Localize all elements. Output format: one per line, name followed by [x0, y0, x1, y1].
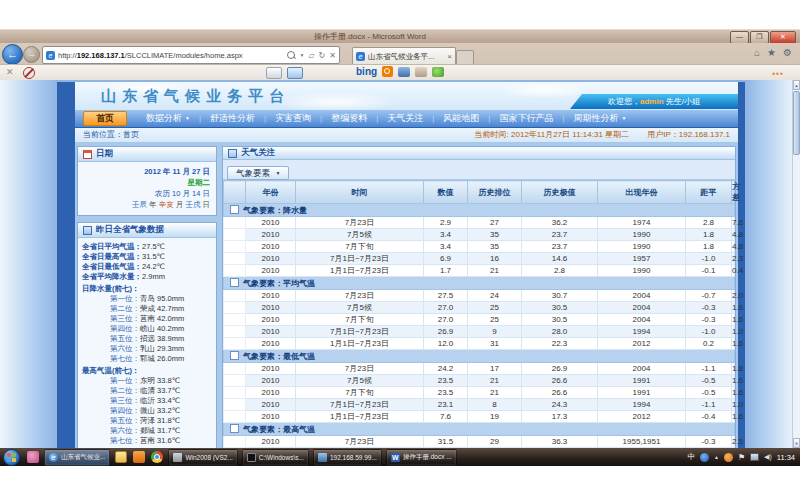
header-cell-5[interactable]: 出现年份 [598, 181, 686, 204]
tray-orange-icon[interactable] [724, 453, 733, 462]
start-button[interactable] [3, 449, 20, 466]
group-name: 气象要素：降水量 [243, 206, 307, 215]
collapse-box-icon[interactable] [230, 205, 239, 214]
nav-item-0[interactable]: 首页 [83, 111, 127, 126]
table-row[interactable]: 20107月23日27.52430.72004-0.72.0 [224, 290, 735, 302]
refresh-icon[interactable]: ↻ [319, 51, 326, 60]
rank-row: 第二位：临清 33.7℃ [82, 386, 210, 396]
url-text[interactable]: http://192.168.137.1/SLCCLIMATE/modules/… [58, 51, 283, 60]
browser-back-button[interactable]: ← [2, 44, 23, 65]
header-cell-0[interactable]: 年份 [246, 181, 296, 204]
compatibility-view-icon[interactable]: ▱ [308, 51, 314, 60]
table-row[interactable]: 20101月1日~7月23日7.61917.32012-0.41.6 [224, 411, 735, 423]
action-center-flag-icon[interactable]: ⚑ [738, 453, 745, 462]
stop-icon[interactable]: ✕ [329, 51, 336, 60]
cell-5: 2012 [598, 338, 686, 350]
card-icon[interactable] [266, 67, 282, 79]
header-cell-2[interactable]: 数值 [424, 181, 468, 204]
group-row-0[interactable]: 气象要素：降水量 [224, 204, 735, 217]
rank-row: 第三位：临沂 33.4℃ [82, 396, 210, 406]
tools-gear-icon[interactable]: ⚙ [783, 47, 792, 58]
taskbar-ie-button[interactable]: e 山东省气候业... [44, 449, 110, 466]
taskbar-button-3[interactable]: W操作手册.docx ... [386, 449, 457, 466]
taskbar-button-1[interactable]: C:\Windows\s... [242, 449, 309, 466]
address-bar[interactable]: e http://192.168.137.1/SLCCLIMATE/module… [42, 46, 340, 64]
header-cell-6[interactable]: 距平 [686, 181, 732, 204]
table-row[interactable]: 20107月5候27.02530.52004-0.31.6 [224, 302, 735, 314]
table-row[interactable]: 20107月23日31.52936.31955,1951-0.32.5 [224, 436, 735, 448]
group-row-1[interactable]: 气象要素：平均气温 [224, 277, 735, 290]
search-icon[interactable] [287, 51, 295, 59]
table-row[interactable]: 20107月23日24.21726.92004-1.11.8 [224, 363, 735, 375]
cell-6: 1.8 [686, 241, 732, 253]
vertical-scrollbar[interactable]: ▲ ▼ [792, 80, 800, 448]
nav-item-4[interactable]: 整编资料 [322, 112, 376, 125]
table-row[interactable]: 20107月下旬23.52126.61991-0.51.6 [224, 387, 735, 399]
palette-icon[interactable] [415, 67, 427, 77]
favorites-star-icon[interactable]: ★ [767, 47, 776, 58]
scrollbar-thumb[interactable] [793, 91, 800, 155]
table-row[interactable]: 20107月23日2.92736.219742.87.6 [224, 217, 735, 229]
pinned-app-icon[interactable] [27, 451, 39, 463]
more-options-icon[interactable]: ▪▪▪ [772, 69, 784, 78]
nav-item-7[interactable]: 国家下行产品 [490, 112, 562, 125]
nav-item-1[interactable]: 数据分析▼ [137, 112, 199, 125]
network-icon[interactable] [750, 453, 759, 461]
chevron-down-icon[interactable]: ▼ [299, 52, 304, 58]
nav-item-3[interactable]: 灾害查询 [266, 112, 320, 125]
scroll-up-arrow[interactable]: ▲ [793, 80, 800, 90]
tray-chevron-icon[interactable]: ▲ [714, 454, 719, 460]
rank-label: 第七位： [82, 436, 140, 446]
tab-close-icon[interactable]: × [447, 52, 452, 61]
nav-item-5[interactable]: 天气关注 [378, 112, 432, 125]
table-row[interactable]: 20107月5候23.52126.61991-0.51.6 [224, 375, 735, 387]
vm-icon [173, 453, 182, 462]
orange-app-icon[interactable] [133, 451, 145, 463]
table-row[interactable]: 20107月下旬3.43523.719901.84.8 [224, 241, 735, 253]
table-row[interactable]: 20107月1日~7月23日6.91614.61957-1.02.3 [224, 253, 735, 265]
explorer-icon[interactable] [115, 451, 127, 463]
table-row[interactable]: 20107月1日~7月23日23.1824.31994-1.11.0 [224, 399, 735, 411]
table-row[interactable]: 20107月下旬27.02530.52004-0.31.6 [224, 314, 735, 326]
table-row[interactable]: 20101月1日~7月23日1.7212.81990-0.10.4 [224, 265, 735, 277]
browser-tab[interactable]: e 山东省气候业务平... × [352, 47, 456, 65]
header-cell-7[interactable]: 方差 [732, 181, 735, 204]
cell-4: 17.3 [522, 411, 598, 423]
close-toolbar-icon[interactable]: ✕ [6, 67, 14, 79]
camera-icon[interactable] [398, 67, 410, 77]
nav-item-8[interactable]: 周期性分析▼ [565, 112, 636, 125]
scroll-down-arrow[interactable]: ▼ [793, 438, 800, 448]
new-tab-button[interactable] [456, 50, 474, 65]
volume-icon[interactable]: ◀) [764, 453, 772, 461]
taskbar-button-0[interactable]: Win2008 (VS2... [168, 449, 237, 466]
table-row[interactable]: 20107月1日~7月23日26.9928.01994-1.01.0 [224, 326, 735, 338]
bing-search-icon[interactable] [382, 66, 393, 77]
ganzhi-part: 月 [174, 200, 186, 209]
tray-blue-icon[interactable] [700, 453, 709, 462]
collapse-box-icon[interactable] [230, 351, 239, 360]
home-icon[interactable]: ⌂ [754, 47, 760, 58]
row-indent-cell [224, 436, 246, 448]
collapse-box-icon[interactable] [230, 424, 239, 433]
group-row-3[interactable]: 气象要素：最高气温 [224, 423, 735, 436]
header-cell-3[interactable]: 历史排位 [468, 181, 522, 204]
ime-indicator[interactable]: 中 [687, 452, 695, 462]
header-cell-4[interactable]: 历史极值 [522, 181, 598, 204]
nav-item-2[interactable]: 舒适性分析 [201, 112, 264, 125]
nav-item-6[interactable]: 风能地图 [434, 112, 488, 125]
group-row-2[interactable]: 气象要素：最低气温 [224, 350, 735, 363]
taskbar-clock[interactable]: 11:34 [777, 453, 795, 462]
header-cell-blank [224, 181, 246, 204]
chrome-icon[interactable] [151, 451, 163, 463]
taskbar-button-2[interactable]: 192.168.59.99... [313, 449, 382, 466]
browser-forward-button[interactable]: → [23, 46, 40, 63]
table-row[interactable]: 20101月1日~7月23日12.03122.320120.21.6 [224, 338, 735, 350]
header-cell-1[interactable]: 时间 [296, 181, 424, 204]
share-icon[interactable] [432, 67, 444, 77]
collapse-box-icon[interactable] [230, 278, 239, 287]
element-filter-button[interactable]: 气象要素 ▼ [227, 166, 289, 180]
bing-logo[interactable]: bing [356, 66, 377, 77]
blocked-icon[interactable] [23, 67, 35, 79]
table-row[interactable]: 20107月5候3.43523.719901.84.8 [224, 229, 735, 241]
mail-icon[interactable] [287, 67, 303, 79]
